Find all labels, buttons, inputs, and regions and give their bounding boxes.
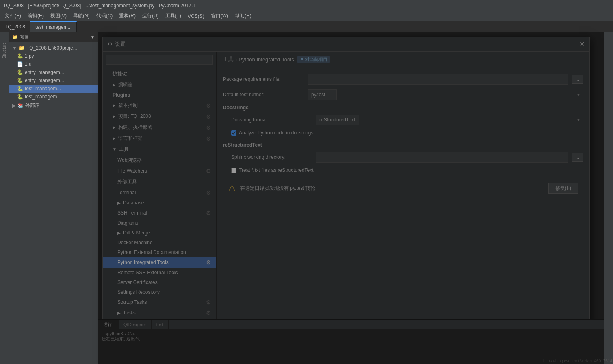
tree-expand-icon: ▶ [12, 103, 16, 108]
tree-item-label: 外部库 [25, 102, 40, 109]
main-layout: Structure 📁 项目 ▼ ▼ 📁 TQ_2008 E:\609proje… [0, 32, 613, 364]
tree-item-external[interactable]: ▶ 📚 外部库 [9, 101, 98, 110]
tab-tq2008-label: TQ_2008 [5, 24, 25, 30]
ui-icon: 📄 [17, 61, 23, 67]
tab-test-management[interactable]: test_managem... [30, 21, 77, 32]
menu-bar: 文件(E) 编辑(E) 视图(V) 导航(N) 代码(C) 重构(R) 运行(U… [0, 11, 613, 21]
ide-tabs: TQ_2008 test_managem... [0, 21, 613, 32]
external-lib-icon: 📚 [17, 103, 24, 108]
tree-item-label: test_managem... [25, 94, 61, 100]
dialog-backdrop [98, 32, 604, 364]
left-icons-sidebar: Structure [0, 32, 9, 364]
tree-item-label: 1.ui [25, 61, 32, 67]
menu-item-run[interactable]: 运行(U) [139, 13, 162, 20]
py-icon: 🐍 [17, 69, 23, 75]
py-icon: 🐍 [17, 94, 23, 100]
py-icon: 🐍 [17, 86, 23, 91]
tree-item-entry2[interactable]: 🐍 entry_managem... [9, 76, 98, 84]
tree-item-label: TQ_2008 E:\609proje... [26, 45, 77, 51]
menu-item-help[interactable]: 帮助(H) [232, 13, 255, 20]
py-icon: 🐍 [17, 53, 23, 59]
tree-item-entry1[interactable]: 🐍 entry_managem... [9, 68, 98, 76]
tree-item-1ui[interactable]: 📄 1.ui [9, 60, 98, 68]
menu-item-vcs[interactable]: VCS(S) [184, 13, 208, 19]
tree-item-test2[interactable]: 🐍 test_managem... [9, 93, 98, 101]
tab-tq2008[interactable]: TQ_2008 [0, 21, 30, 32]
tree-item-test1[interactable]: 🐍 test_managem... [9, 84, 98, 93]
menu-item-view[interactable]: 视图(V) [47, 13, 70, 20]
menu-item-navigate[interactable]: 导航(N) [70, 13, 93, 20]
tree-item-1py[interactable]: 🐍 1.py [9, 52, 98, 60]
title-text: TQ_2008 - [E:\609project\TQ_2008] - ...\… [3, 3, 195, 9]
tree-folder-icon: 📁 [19, 45, 25, 51]
menu-item-window[interactable]: 窗口(W) [208, 13, 232, 20]
tree-item-label: entry_managem... [25, 69, 64, 75]
tab-test-management-label: test_managem... [35, 24, 71, 30]
menu-item-file[interactable]: 文件(E) [2, 13, 24, 20]
sidebar-dropdown-icon[interactable]: ▼ [91, 35, 95, 39]
menu-item-edit[interactable]: 编辑(E) [24, 13, 47, 20]
tree-item-label: entry_managem... [25, 78, 64, 83]
project-tree: ▼ 📁 TQ_2008 E:\609proje... 🐍 1.py 📄 1.ui… [9, 42, 98, 364]
sidebar-header: 📁 项目 ▼ [9, 32, 98, 42]
menu-item-tools[interactable]: 工具(T) [162, 13, 184, 20]
project-icon: 📁 [12, 35, 18, 40]
py-icon: 🐍 [17, 78, 23, 83]
tree-expand-icon: ▼ [12, 45, 17, 51]
structure-icon[interactable]: Structure [2, 42, 6, 59]
tree-item-label: 1.py [25, 53, 34, 59]
menu-item-code[interactable]: 代码(C) [93, 13, 116, 20]
title-bar: TQ_2008 - [E:\609project\TQ_2008] - ...\… [0, 0, 613, 11]
tree-item-label: test_managem... [25, 86, 61, 91]
sidebar-title: 项目 [20, 34, 29, 40]
right-icons-sidebar [604, 32, 613, 364]
menu-item-refactor[interactable]: 重构(R) [116, 13, 139, 20]
tree-item-tq2008[interactable]: ▼ 📁 TQ_2008 E:\609proje... [9, 44, 98, 52]
editor-area: ⚙ 设置 ✕ 快捷键 ▶ 编辑器 [98, 32, 604, 364]
project-sidebar: 📁 项目 ▼ ▼ 📁 TQ_2008 E:\609proje... 🐍 1.py… [9, 32, 98, 364]
